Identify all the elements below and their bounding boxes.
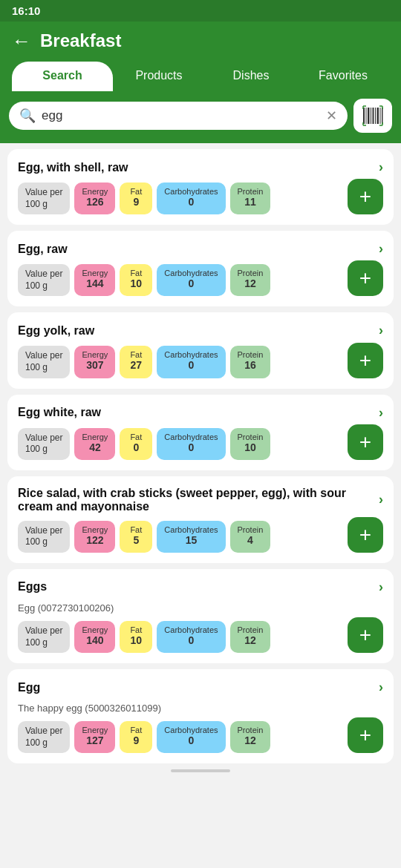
- value-per-badge: Value per 100 g: [18, 346, 70, 378]
- nutrition-row: Value per 100 gEnergy122Fat5Carbohydrate…: [18, 521, 383, 553]
- result-name: Egg white, raw: [18, 406, 374, 419]
- tab-bar: Search Products Dishes Favorites: [12, 62, 389, 91]
- result-title-row[interactable]: Eggs›: [18, 579, 383, 595]
- result-title-row[interactable]: Rice salad, with crab sticks (sweet pepp…: [18, 487, 383, 513]
- svg-rect-4: [373, 108, 374, 124]
- nutrition-row: Value per 100 gEnergy127Fat9Carbohydrate…: [18, 721, 383, 753]
- fat-badge: Fat10: [120, 264, 152, 296]
- protein-badge: Protein11: [230, 183, 271, 214]
- add-button[interactable]: +: [348, 517, 383, 553]
- result-name: Egg, raw: [18, 243, 374, 256]
- add-button[interactable]: +: [348, 343, 383, 378]
- carbs-badge: Carbohydrates0: [157, 428, 225, 460]
- app-header: ← Breakfast Search Products Dishes Favor…: [0, 22, 401, 91]
- chevron-right-icon: ›: [379, 680, 383, 695]
- fat-badge: Fat10: [120, 621, 152, 653]
- nutrition-row: Value per 100 gEnergy140Fat10Carbohydrat…: [18, 621, 383, 653]
- result-subtitle: Egg (0072730100206): [18, 602, 383, 614]
- nutrition-row: Value per 100 gEnergy126Fat9Carbohydrate…: [18, 183, 383, 214]
- value-per-badge: Value per 100 g: [18, 721, 70, 753]
- status-bar: 16:10: [0, 0, 401, 22]
- search-icon: 🔍: [19, 108, 36, 124]
- barcode-button[interactable]: [353, 99, 392, 133]
- fat-badge: Fat9: [120, 721, 152, 753]
- search-section: 🔍 ✕: [0, 91, 401, 143]
- energy-badge: Energy140: [74, 621, 115, 653]
- result-card: Egg, with shell, raw›Value per 100 gEner…: [7, 149, 394, 225]
- search-input[interactable]: [42, 108, 320, 123]
- add-button[interactable]: +: [348, 617, 383, 653]
- carbs-badge: Carbohydrates0: [157, 264, 225, 296]
- nutrition-row: Value per 100 gEnergy307Fat27Carbohydrat…: [18, 346, 383, 378]
- fat-badge: Fat0: [120, 428, 152, 460]
- svg-rect-7: [380, 108, 381, 124]
- chevron-right-icon: ›: [379, 405, 383, 421]
- result-name: Egg yolk, raw: [18, 324, 374, 338]
- result-card: Eggs›Egg (0072730100206)Value per 100 gE…: [7, 569, 394, 663]
- value-per-badge: Value per 100 g: [18, 428, 70, 460]
- result-title-row[interactable]: Egg white, raw›: [18, 405, 383, 421]
- value-per-badge: Value per 100 g: [18, 183, 70, 214]
- result-title-row[interactable]: Egg yolk, raw›: [18, 323, 383, 338]
- value-per-badge: Value per 100 g: [18, 521, 70, 553]
- carbs-badge: Carbohydrates0: [157, 621, 225, 653]
- carbs-badge: Carbohydrates0: [157, 721, 225, 753]
- time-display: 16:10: [12, 4, 40, 17]
- svg-rect-2: [368, 108, 370, 124]
- result-title-row[interactable]: Egg, raw›: [18, 241, 383, 257]
- tab-products[interactable]: Products: [113, 62, 205, 91]
- chevron-right-icon: ›: [379, 160, 383, 175]
- protein-badge: Protein4: [230, 521, 271, 553]
- result-title-row[interactable]: Egg, with shell, raw›: [18, 160, 383, 175]
- tab-favorites[interactable]: Favorites: [297, 62, 389, 91]
- tab-dishes[interactable]: Dishes: [205, 62, 297, 91]
- fat-badge: Fat9: [120, 183, 152, 214]
- fat-badge: Fat27: [120, 346, 152, 378]
- svg-rect-8: [382, 108, 383, 124]
- result-card: Egg yolk, raw›Value per 100 gEnergy307Fa…: [7, 312, 394, 388]
- value-per-badge: Value per 100 g: [18, 621, 70, 653]
- protein-badge: Protein12: [230, 721, 271, 753]
- nutrition-row: Value per 100 gEnergy42Fat0Carbohydrates…: [18, 428, 383, 460]
- add-button[interactable]: +: [348, 717, 383, 753]
- search-input-wrapper: 🔍 ✕: [9, 102, 348, 130]
- chevron-right-icon: ›: [379, 241, 383, 257]
- result-name: Rice salad, with crab sticks (sweet pepp…: [18, 487, 374, 513]
- chevron-right-icon: ›: [379, 579, 383, 595]
- add-button[interactable]: +: [348, 179, 383, 214]
- result-card: Egg›The happy egg (5000326011099)Value p…: [7, 669, 394, 763]
- chevron-right-icon: ›: [379, 323, 383, 338]
- result-name: Eggs: [18, 580, 374, 594]
- svg-rect-1: [366, 108, 367, 124]
- result-card: Egg, raw›Value per 100 gEnergy144Fat10Ca…: [7, 231, 394, 306]
- result-title-row[interactable]: Egg›: [18, 680, 383, 695]
- back-button[interactable]: ←: [12, 31, 31, 50]
- energy-badge: Energy42: [74, 428, 115, 460]
- energy-badge: Energy127: [74, 721, 115, 753]
- add-button[interactable]: +: [348, 424, 383, 460]
- energy-badge: Energy122: [74, 521, 115, 553]
- protein-badge: Protein12: [230, 621, 271, 653]
- protein-badge: Protein16: [230, 346, 271, 378]
- fat-badge: Fat5: [120, 521, 152, 553]
- svg-rect-0: [363, 108, 365, 124]
- clear-icon[interactable]: ✕: [326, 108, 337, 124]
- protein-badge: Protein12: [230, 264, 271, 296]
- tab-search[interactable]: Search: [12, 62, 113, 91]
- svg-rect-5: [375, 108, 376, 124]
- energy-badge: Energy307: [74, 346, 115, 378]
- results-list: Egg, with shell, raw›Value per 100 gEner…: [0, 149, 401, 763]
- nutrition-row: Value per 100 gEnergy144Fat10Carbohydrat…: [18, 264, 383, 296]
- carbs-badge: Carbohydrates15: [157, 521, 225, 553]
- result-card: Rice salad, with crab sticks (sweet pepp…: [7, 476, 394, 563]
- protein-badge: Protein10: [230, 428, 271, 460]
- value-per-badge: Value per 100 g: [18, 264, 70, 296]
- result-name: Egg, with shell, raw: [18, 161, 374, 174]
- energy-badge: Energy144: [74, 264, 115, 296]
- barcode-icon: [362, 105, 384, 127]
- add-button[interactable]: +: [348, 260, 383, 296]
- page-title: Breakfast: [40, 30, 121, 51]
- result-subtitle: The happy egg (5000326011099): [18, 703, 383, 714]
- carbs-badge: Carbohydrates0: [157, 346, 225, 378]
- carbs-badge: Carbohydrates0: [157, 183, 225, 214]
